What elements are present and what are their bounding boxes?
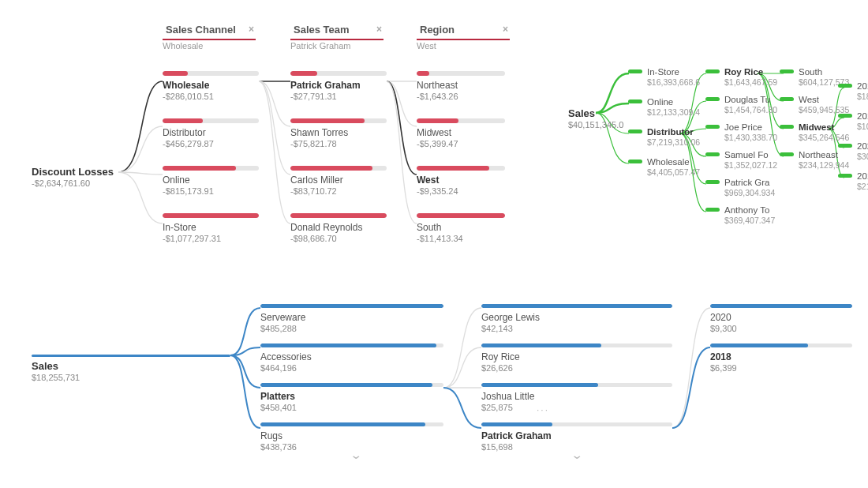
tree-node[interactable]: Distributor-$456,279.87 [163,118,259,148]
node-label: George Lewis [481,312,672,323]
node-value: $25,875 [481,403,672,412]
tree-node[interactable]: In-Store$16,393,668.6 [647,67,700,87]
close-icon[interactable]: × [376,24,382,35]
node-value: $1,454,764.30 [724,105,777,114]
tree-node[interactable]: Carlos Miller-$83,710.72 [290,166,387,196]
root-label: Discount Losses [32,166,114,178]
root-label: Sales [568,107,623,119]
root-line [32,355,230,357]
tree-node[interactable]: Platters$458,401 [260,383,443,412]
node-label: Joshua Little [481,391,672,402]
root-label: Sales [32,360,80,372]
tree-node[interactable]: Distributor$7,219,310.06 [647,127,700,147]
node-label: Carlos Miller [290,175,387,186]
tree-node[interactable]: Online-$815,173.91 [163,166,259,196]
node-value: -$83,710.72 [290,186,387,196]
tree-node[interactable]: Midwest$345,264,546 [799,122,849,142]
node-label: Samuel Fo [724,150,777,160]
bar [290,213,387,218]
tree-node[interactable]: Joshua Little$25,875 [481,383,672,412]
bar [260,343,443,347]
tree-node[interactable]: 2018$6,399 [710,343,852,373]
bar [290,118,387,123]
bar [417,118,505,123]
node-label: Patrick Graham [290,80,387,91]
tree-node[interactable]: Joe Price$1,430,338.70 [724,122,777,142]
tree-node[interactable]: 2017$21,078,750 [857,171,868,191]
tree-node[interactable]: Northeast-$1,643.26 [417,71,505,101]
tree-node[interactable]: Online$12,133,309.4 [647,97,700,117]
tree-node[interactable]: 2020$9,300 [710,304,852,333]
node-value: -$27,791.31 [290,92,387,101]
node-label: Rugs [260,430,443,441]
node-value: -$11,413.34 [417,234,505,243]
tree-node[interactable]: Rugs$438,736 [260,422,443,452]
tree-node[interactable]: In-Store-$1,077,297.31 [163,213,259,243]
node-label: Midwest [417,127,505,138]
tree-node[interactable]: West-$9,335.24 [417,166,505,196]
root-sales-green[interactable]: Sales $40,151,345.0 [568,107,623,130]
tree-node[interactable]: Northeast$234,129,944 [799,150,849,170]
ellipsis-icon[interactable]: ··· [537,404,549,415]
root-discount-losses[interactable]: Discount Losses -$2,634,761.60 [32,166,114,188]
chevron-down-icon[interactable]: ⌄ [571,449,584,461]
tab-sales-team[interactable]: Sales Team × [290,24,383,40]
tree-node[interactable]: West$459,945,535 [799,95,849,114]
tree-node[interactable]: Midwest-$5,399.47 [417,118,505,148]
tree-node[interactable]: 2018$104,717,636 [857,111,868,131]
tree-node[interactable]: 2020$30,408,824 [857,141,868,161]
tree-node[interactable]: Serveware$485,288 [260,304,443,333]
tree-node[interactable]: Patrick Gra$969,304.934 [724,178,775,197]
node-value: -$286,010.51 [163,92,259,101]
close-icon[interactable]: × [249,24,254,35]
tab-selected: Patrick Graham [290,41,350,51]
node-label: Distributor [647,127,700,137]
node-label: South [417,222,505,233]
node-value: $21,078,750 [857,182,868,191]
node-value: $485,288 [260,324,443,333]
node-label: 2020 [857,141,868,151]
close-icon[interactable]: × [503,24,508,35]
node-label: Roy Rice [724,67,777,77]
tree-node[interactable]: Roy Rice$26,626 [481,343,672,373]
tab-label: Sales Team [294,24,350,36]
node-value: -$9,335.24 [417,186,505,196]
tree-node[interactable]: Samuel Fo$1,352,027.12 [724,150,777,170]
tree-node[interactable]: Douglas Tu$1,454,764.30 [724,95,777,114]
node-value: $42,143 [481,324,672,333]
node-value: -$1,077,297.31 [163,234,259,243]
node-label: Midwest [799,122,849,132]
chevron-down-icon[interactable]: ⌄ [350,449,363,461]
node-value: $9,300 [710,324,852,333]
tree-node[interactable]: 2019$189,059,335 [857,81,868,101]
node-value: -$5,399.47 [417,139,505,148]
tree-node[interactable]: Patrick Graham-$27,791.31 [290,71,387,101]
tree-node[interactable]: George Lewis$42,143 [481,304,672,333]
node-label: Online [163,175,259,186]
node-label: Accessories [260,351,443,362]
node-label: 2018 [857,111,868,121]
tree-node[interactable]: Accessories$464,196 [260,343,443,373]
node-value: $30,408,824 [857,152,868,161]
node-value: $12,133,309.4 [647,107,700,117]
node-value: $345,264,546 [799,133,849,142]
tab-sales-channel[interactable]: Sales Channel × [163,24,256,40]
tab-label: Region [420,24,455,36]
tree-node[interactable]: Patrick Graham$15,698 [481,422,672,452]
bar [417,71,505,76]
node-label: Patrick Gra [724,178,775,187]
tree-node[interactable]: Shawn Torres-$75,821.78 [290,118,387,148]
node-value: $4,405,057.47 [647,167,700,177]
tree-node[interactable]: Roy Rice$1,643,467.59 [724,67,777,87]
node-value: -$98,686.70 [290,234,387,243]
node-value: $369,407.347 [724,216,775,225]
tree-node[interactable]: Wholesale$4,405,057.47 [647,157,700,177]
tree-node[interactable]: Donald Reynolds-$98,686.70 [290,213,387,243]
tree-node[interactable]: Anthony To$369,407.347 [724,205,775,225]
tree-node[interactable]: South-$11,413.34 [417,213,505,243]
root-sales-blue[interactable]: Sales $18,255,731 [32,360,80,382]
node-label: West [799,95,849,104]
tab-region[interactable]: Region × [417,24,510,40]
tree-node[interactable]: Wholesale-$286,010.51 [163,71,259,101]
bar [163,118,259,123]
